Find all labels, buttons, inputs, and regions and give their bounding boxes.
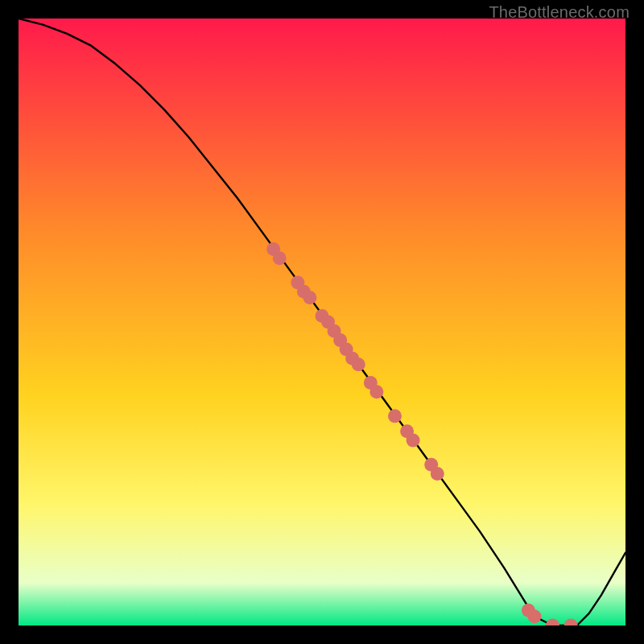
data-point [407,434,420,448]
data-point [546,619,559,633]
bottleneck-chart [0,0,644,644]
data-point [352,357,365,371]
data-point [564,619,578,633]
data-point [388,409,402,423]
data-point [431,467,444,481]
data-point [273,251,287,265]
chart-stage: TheBottleneck.com [0,0,644,644]
data-point [303,291,316,304]
data-point [527,609,541,623]
data-point [369,385,383,398]
attribution-label: TheBottleneck.com [489,3,630,22]
